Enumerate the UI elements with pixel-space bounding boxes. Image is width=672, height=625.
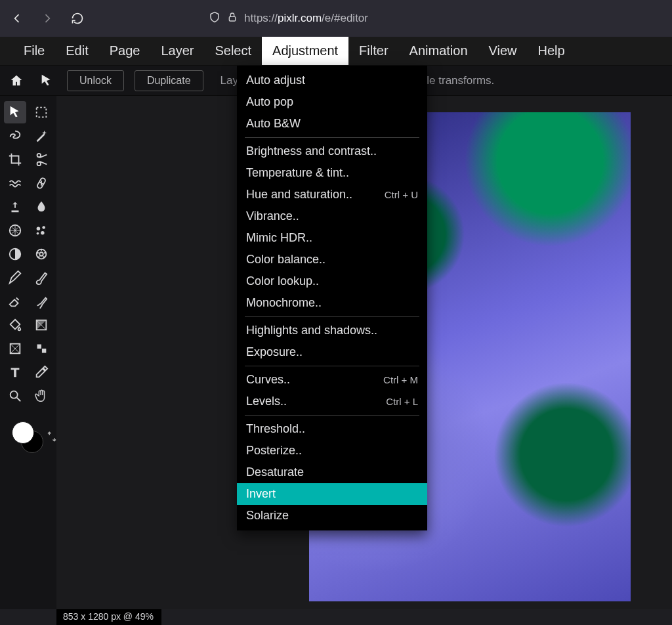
status-bar: 853 x 1280 px @ 49% [56,609,161,625]
adjustment-dropdown: Auto adjustAuto popAuto B&WBrightness an… [237,66,427,530]
svg-point-15 [37,252,39,254]
adjustment-curves[interactable]: Curves..Ctrl + M [237,369,427,391]
adjustment-color-lookup[interactable]: Color lookup.. [237,270,427,292]
tool-marquee[interactable] [30,101,52,123]
fg-color-swatch[interactable] [12,421,34,444]
adjustment-solarize[interactable]: Solarize [237,505,427,527]
adjustment-posterize[interactable]: Posterize.. [237,440,427,462]
tool-zoom[interactable] [4,385,26,407]
tool-pixelate[interactable] [4,219,26,242]
svg-point-4 [37,227,41,231]
tool-eraser[interactable] [4,290,26,312]
svg-point-13 [43,256,45,258]
tool-blur[interactable] [30,196,52,218]
tool-gradient[interactable] [30,314,52,336]
menu-item-label: Monochrome.. [246,296,322,310]
adjustment-highlights-and-shadows[interactable]: Highlights and shadows.. [237,320,427,341]
menu-item-label: Brightness and contrast.. [246,144,377,158]
svg-point-11 [41,249,43,251]
tool-disperse[interactable] [30,243,52,265]
home-button[interactable] [7,71,26,91]
menu-separator [245,316,419,317]
tool-liquify[interactable] [4,172,26,194]
menu-adjustment[interactable]: Adjustment [262,37,348,65]
menu-separator [245,415,419,416]
svg-rect-1 [37,108,47,118]
menu-help[interactable]: Help [528,37,576,65]
adjustment-vibrance[interactable]: Vibrance.. [237,205,427,227]
adjustment-levels[interactable]: Levels..Ctrl + L [237,391,427,412]
menu-filter[interactable]: Filter [348,37,398,65]
unlock-button[interactable]: Unlock [67,70,124,91]
tool-contrast[interactable] [4,243,26,265]
menu-item-label: Desaturate [246,465,304,479]
tool-frame[interactable] [4,337,26,360]
reload-button[interactable] [67,8,88,29]
adjustment-color-balance[interactable]: Color balance.. [237,249,427,270]
tool-heal[interactable] [30,172,52,194]
menu-page[interactable]: Page [99,37,151,65]
adjustment-monochrome[interactable]: Monochrome.. [237,292,427,314]
adjustment-auto-adjust[interactable]: Auto adjust [237,70,427,91]
adjustment-brightness-and-contrast[interactable]: Brightness and contrast.. [237,140,427,162]
shield-icon [209,11,220,26]
menu-item-label: Color balance.. [246,253,326,267]
tool-text[interactable] [4,361,26,383]
menu-item-label: Solarize [246,509,289,523]
menu-view[interactable]: View [478,37,528,65]
adjustment-auto-pop[interactable]: Auto pop [237,91,427,113]
tool-drawbrush[interactable] [30,290,52,312]
menu-item-label: Auto adjust [246,74,305,87]
tool-brush[interactable] [30,267,52,289]
pointer-icon[interactable] [37,71,56,91]
menu-item-shortcut: Ctrl + U [385,189,418,200]
adjustment-exposure[interactable]: Exposure.. [237,341,427,363]
menu-separator [245,137,419,138]
menu-item-label: Hue and saturation.. [246,188,352,202]
menu-separator [245,366,419,366]
menu-item-label: Color lookup.. [246,274,319,288]
tool-sponge[interactable] [30,219,52,242]
tool-crop[interactable] [4,148,26,171]
menu-item-label: Highlights and shadows.. [246,324,377,337]
tool-shape[interactable] [30,337,52,360]
svg-point-12 [44,252,46,254]
tool-arrow[interactable] [4,101,26,123]
tool-lasso[interactable] [4,125,26,147]
svg-point-10 [39,252,43,256]
tool-clone[interactable] [4,196,26,218]
tool-eyedropper[interactable] [30,361,52,383]
menu-item-label: Threshold.. [246,422,305,436]
menu-item-label: Mimic HDR.. [246,231,312,245]
adjustment-invert[interactable]: Invert [237,483,427,505]
tool-fill[interactable] [4,314,26,336]
menu-animation[interactable]: Animation [399,37,478,65]
tool-hand[interactable] [30,385,52,407]
menu-layer[interactable]: Layer [150,37,204,65]
svg-point-5 [42,226,45,229]
forward-button[interactable] [37,8,58,29]
tool-cut[interactable] [30,148,52,171]
menu-item-label: Exposure.. [246,345,303,359]
adjustment-auto-b-w[interactable]: Auto B&W [237,113,427,135]
browser-chrome: https://pixlr.com/e/#editor [0,0,672,37]
adjustment-hue-and-saturation[interactable]: Hue and saturation..Ctrl + U [237,184,427,205]
menu-edit[interactable]: Edit [55,37,98,65]
menu-item-label: Levels.. [246,395,287,408]
adjustment-desaturate[interactable]: Desaturate [237,462,427,483]
svg-point-14 [38,256,40,258]
back-button[interactable] [7,8,28,29]
menu-file[interactable]: File [13,37,55,65]
duplicate-button[interactable]: Duplicate [135,70,203,91]
tool-pen[interactable] [4,267,26,289]
tool-wand[interactable] [30,125,52,147]
menu-item-shortcut: Ctrl + M [383,374,418,385]
svg-point-6 [41,231,45,235]
url-bar[interactable]: https://pixlr.com/e/#editor [202,7,375,30]
adjustment-threshold[interactable]: Threshold.. [237,418,427,440]
menu-item-shortcut: Ctrl + L [386,396,418,407]
adjustment-temperature-tint[interactable]: Temperature & tint.. [237,162,427,184]
menu-bar: FileEditPageLayerSelectAdjustmentFilterA… [0,37,672,66]
adjustment-mimic-hdr[interactable]: Mimic HDR.. [237,227,427,249]
menu-select[interactable]: Select [204,37,262,65]
